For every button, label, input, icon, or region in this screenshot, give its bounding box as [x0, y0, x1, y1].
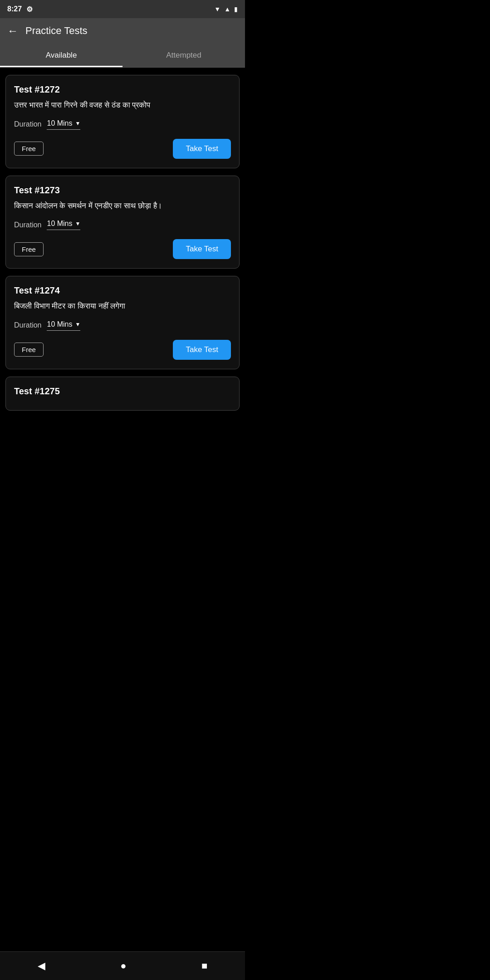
dropdown-arrow-1274: ▼	[75, 321, 81, 328]
card-actions-1273: Free Take Test	[14, 239, 231, 259]
duration-select-1272[interactable]: 10 Mins ▼	[47, 119, 80, 130]
wifi-icon: ▼	[214, 5, 220, 13]
take-test-button-1274[interactable]: Take Test	[173, 340, 231, 360]
test-card-1273: Test #1273 किसान आंदोलन के समर्थन में एन…	[5, 176, 240, 269]
tab-attempted[interactable]: Attempted	[122, 44, 245, 67]
duration-select-1274[interactable]: 10 Mins ▼	[47, 320, 80, 331]
free-badge-1274[interactable]: Free	[14, 343, 44, 357]
tabs-container: Available Attempted	[0, 44, 245, 68]
page-title: Practice Tests	[25, 25, 88, 37]
duration-value-1274: 10 Mins	[47, 320, 72, 328]
battery-icon: ▮	[234, 5, 238, 13]
test-description-1272: उत्तर भारत में पारा गिरने की वजह से ठंड …	[14, 99, 231, 111]
back-button[interactable]: ←	[7, 24, 18, 37]
take-test-button-1272[interactable]: Take Test	[173, 139, 231, 159]
status-right: ▼ ▲ ▮	[214, 5, 238, 13]
signal-icon: ▲	[224, 5, 230, 13]
status-bar: 8:27 ⚙ ▼ ▲ ▮	[0, 0, 245, 18]
duration-row-1272: Duration 10 Mins ▼	[14, 119, 231, 130]
duration-row-1273: Duration 10 Mins ▼	[14, 220, 231, 230]
test-number-1273: Test #1273	[14, 185, 231, 196]
dropdown-arrow-1272: ▼	[75, 120, 81, 127]
card-actions-1274: Free Take Test	[14, 340, 231, 360]
test-card-1275-partial: Test #1275	[5, 377, 240, 411]
free-badge-1273[interactable]: Free	[14, 242, 44, 256]
free-badge-1272[interactable]: Free	[14, 142, 44, 156]
duration-label-1273: Duration	[14, 221, 41, 229]
time-display: 8:27	[7, 5, 22, 13]
duration-value-1273: 10 Mins	[47, 220, 72, 228]
test-number-1274: Test #1274	[14, 285, 231, 296]
duration-row-1274: Duration 10 Mins ▼	[14, 320, 231, 331]
dropdown-arrow-1273: ▼	[75, 220, 81, 227]
take-test-button-1273[interactable]: Take Test	[173, 239, 231, 259]
status-left: 8:27 ⚙	[7, 5, 33, 14]
top-bar: ← Practice Tests	[0, 18, 245, 44]
test-number-1272: Test #1272	[14, 84, 231, 95]
test-description-1274: बिजली विभाग मीटर का किराया नहीं लगेगा	[14, 300, 231, 312]
tab-available[interactable]: Available	[0, 44, 122, 67]
gear-icon: ⚙	[26, 5, 33, 14]
card-actions-1272: Free Take Test	[14, 139, 231, 159]
test-card-1272: Test #1272 उत्तर भारत में पारा गिरने की …	[5, 75, 240, 168]
test-number-1275: Test #1275	[14, 386, 231, 397]
duration-select-1273[interactable]: 10 Mins ▼	[47, 220, 80, 230]
duration-label-1274: Duration	[14, 321, 41, 329]
test-card-1274: Test #1274 बिजली विभाग मीटर का किराया नह…	[5, 276, 240, 369]
test-description-1273: किसान आंदोलन के समर्थन में एनडीए का साथ …	[14, 200, 231, 212]
content-area: Test #1272 उत्तर भारत में पारा गिरने की …	[0, 68, 245, 418]
duration-value-1272: 10 Mins	[47, 119, 72, 127]
duration-label-1272: Duration	[14, 120, 41, 128]
